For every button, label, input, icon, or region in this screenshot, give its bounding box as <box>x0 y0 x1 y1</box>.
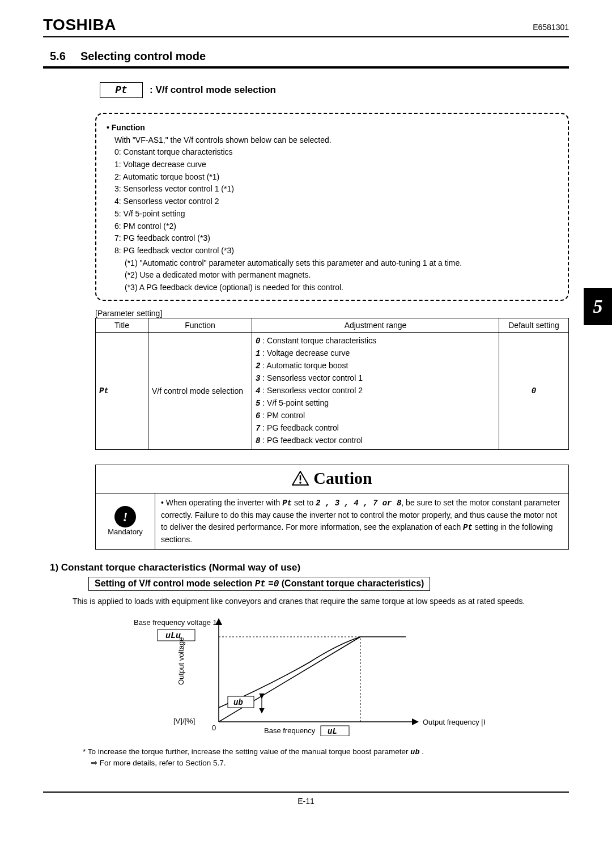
page-number: E-11 <box>43 797 569 806</box>
svg-point-2 <box>300 482 302 484</box>
svg-text:0: 0 <box>212 724 216 732</box>
caution-icon <box>292 471 309 486</box>
subsection-heading: 1) Constant torque characteristics (Norm… <box>50 562 569 573</box>
divider <box>43 36 569 37</box>
svg-text:ub: ub <box>233 698 243 707</box>
svg-text:Output voltage: Output voltage <box>177 637 185 685</box>
setting-box: Setting of V/f control mode selection Pt… <box>88 577 430 591</box>
bottom-rule <box>43 792 569 793</box>
section-rule <box>43 66 569 69</box>
param-label: : V/f control mode selection <box>150 84 276 96</box>
parameter-table: Title Function Adjustment range Default … <box>95 318 569 450</box>
function-box: • Function With "VF-AS1," the V/f contro… <box>95 113 569 301</box>
svg-line-9 <box>219 637 360 722</box>
y-top-label: Base frequency voltage 1 <box>134 618 217 627</box>
vf-topic-line: Pt : V/f control mode selection <box>100 82 569 98</box>
doc-number: E6581301 <box>533 23 569 32</box>
svg-text:Base frequency: Base frequency <box>264 726 316 735</box>
vf-graph: Base frequency voltage 1 uLu Output volt… <box>122 617 569 738</box>
table-caption: [Parameter setting] <box>95 309 569 318</box>
svg-text:[V]/[%]: [V]/[%] <box>173 717 195 725</box>
svg-text:Output frequency [Hz]: Output frequency [Hz] <box>423 718 485 726</box>
mandatory-label: Mandatory <box>101 527 149 536</box>
svg-text:uL: uL <box>328 727 337 736</box>
chapter-tab: 5 <box>584 288 612 325</box>
caution-box: Caution ! Mandatory • When operating the… <box>95 465 569 550</box>
mandatory-icon: ! <box>114 506 136 527</box>
subsection-body: This is applied to loads with equipment … <box>73 595 569 607</box>
footnote: * To increase the torque further, increa… <box>83 747 569 769</box>
brand-logo: TOSHIBA <box>43 16 116 34</box>
param-code-box: Pt <box>100 82 143 98</box>
section-title: 5.6Selecting control mode <box>50 50 569 63</box>
